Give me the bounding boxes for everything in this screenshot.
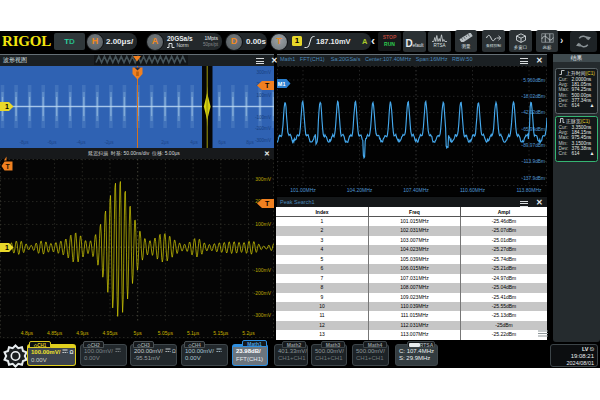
svg-text:110.60MHz: 110.60MHz [460,187,486,193]
svg-text:5.15μs: 5.15μs [213,330,229,336]
svg-text:1: 1 [5,103,9,110]
svg-text:4μs: 4μs [190,140,198,145]
svg-text:4.95μs: 4.95μs [102,330,118,336]
svg-text:2μs: 2μs [161,140,169,145]
svg-text:8μs: 8μs [246,140,254,145]
svg-text:5.1μs: 5.1μs [187,330,200,336]
svg-text:-113.9dBm: -113.9dBm [522,159,545,164]
svg-text:6μs: 6μs [218,140,226,145]
svg-text:-2μs: -2μs [104,140,114,145]
svg-text:-100mV: -100mV [255,115,272,120]
svg-text:5.05μs: 5.05μs [158,330,174,336]
svg-text:1: 1 [5,244,9,251]
svg-text:300mV: 300mV [256,70,271,75]
svg-text:-200mV: -200mV [255,126,272,131]
svg-text:T: T [265,82,270,89]
svg-text:T: T [6,163,11,170]
svg-text:-42.02dBm: -42.02dBm [522,110,545,115]
svg-text:300mV: 300mV [255,176,272,182]
svg-text:113.80MHz: 113.80MHz [516,187,542,193]
svg-text:-300mV: -300mV [253,312,271,318]
svg-text:4.85μs: 4.85μs [47,330,63,336]
svg-text:-89.97dBm: -89.97dBm [522,143,545,148]
svg-text:100mV: 100mV [256,93,271,98]
svg-text:4.8μs: 4.8μs [21,330,34,336]
svg-text:101.00MHz: 101.00MHz [290,187,316,193]
svg-text:5.2μs: 5.2μs [242,330,255,336]
svg-text:-6μs: -6μs [47,140,57,145]
svg-text:-137.9dBm: -137.9dBm [522,176,545,181]
svg-text:100mV: 100mV [255,221,272,227]
svg-text:-300mV: -300mV [255,138,272,143]
svg-text:5.960dBm: 5.960dBm [523,78,545,83]
svg-text:-100mV: -100mV [253,267,271,273]
svg-text:-8μs: -8μs [19,140,29,145]
svg-text:4.9μs: 4.9μs [76,330,89,336]
svg-text:M1: M1 [278,81,286,87]
svg-text:-4μs: -4μs [76,140,86,145]
svg-text:-200mV: -200mV [253,290,271,296]
svg-text:107.40MHz: 107.40MHz [403,187,429,193]
svg-text:T: T [265,200,270,207]
svg-text:104.20MHz: 104.20MHz [347,187,373,193]
svg-text:5μs: 5μs [134,330,143,336]
svg-text:-18.02dBm: -18.02dBm [522,94,545,99]
